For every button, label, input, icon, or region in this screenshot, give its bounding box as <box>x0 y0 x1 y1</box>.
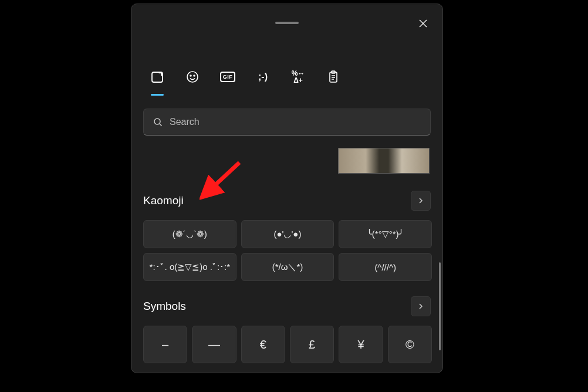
chevron-right-icon <box>418 303 424 309</box>
symbol-item[interactable]: £ <box>290 326 334 363</box>
scrollbar-thumb[interactable] <box>439 262 441 350</box>
emoji-icon <box>185 70 200 84</box>
search-placeholder: Search <box>170 117 200 127</box>
drag-handle[interactable] <box>275 22 299 24</box>
chevron-right-icon <box>418 198 424 204</box>
kaomoji-icon: ;-) <box>258 72 268 82</box>
kaomoji-item[interactable]: (^///^) <box>339 253 432 281</box>
gif-icon: GIF <box>220 72 236 82</box>
tab-emoji[interactable] <box>183 67 202 86</box>
tab-kaomoji[interactable]: ;-) <box>254 67 272 86</box>
symbol-item[interactable]: – <box>143 326 187 363</box>
close-button[interactable] <box>414 15 432 32</box>
tab-gif[interactable]: GIF <box>218 67 237 86</box>
close-icon <box>418 19 428 28</box>
recent-icon <box>150 70 164 84</box>
tab-clipboard[interactable] <box>324 67 343 86</box>
search-input[interactable]: Search <box>143 109 431 136</box>
svg-point-1 <box>187 72 198 82</box>
search-icon <box>153 117 163 127</box>
svg-point-3 <box>194 75 195 76</box>
kaomoji-expand-button[interactable] <box>411 191 431 211</box>
svg-point-2 <box>190 75 191 76</box>
symbol-item[interactable]: © <box>388 326 432 363</box>
symbol-item[interactable]: € <box>241 326 285 363</box>
clipboard-icon <box>326 70 340 84</box>
emoji-panel: GIF ;-) %↔Δ+ Search Kaomoji (❁´◡`❁) (●'◡… <box>131 4 443 373</box>
symbols-icon: %↔Δ+ <box>292 70 305 84</box>
symbol-item[interactable]: ¥ <box>339 326 383 363</box>
kaomoji-grid: (❁´◡`❁) (●'◡'●) ╰(*°▽°*)╯ *:･ﾟ. o(≧▽≦)o … <box>143 220 432 281</box>
symbol-item[interactable]: — <box>192 326 236 363</box>
kaomoji-item[interactable]: (*/ω＼*) <box>241 253 334 281</box>
svg-point-6 <box>154 119 160 124</box>
kaomoji-item[interactable]: (❁´◡`❁) <box>143 220 236 248</box>
kaomoji-item[interactable]: ╰(*°▽°*)╯ <box>339 220 432 248</box>
tab-recent[interactable] <box>148 67 167 86</box>
symbols-title: Symbols <box>143 300 186 313</box>
gif-thumbnail[interactable] <box>338 148 430 174</box>
symbols-grid: – — € £ ¥ © <box>143 326 432 363</box>
section-header-kaomoji: Kaomoji <box>143 191 431 211</box>
tab-bar: GIF ;-) %↔Δ+ <box>148 67 343 86</box>
tab-symbols[interactable]: %↔Δ+ <box>289 67 307 86</box>
kaomoji-item[interactable]: *:･ﾟ. o(≧▽≦)o .ﾟ:･:* <box>143 253 236 281</box>
kaomoji-title: Kaomoji <box>143 194 184 207</box>
kaomoji-item[interactable]: (●'◡'●) <box>241 220 334 248</box>
section-header-symbols: Symbols <box>143 296 431 316</box>
symbols-expand-button[interactable] <box>411 296 431 316</box>
